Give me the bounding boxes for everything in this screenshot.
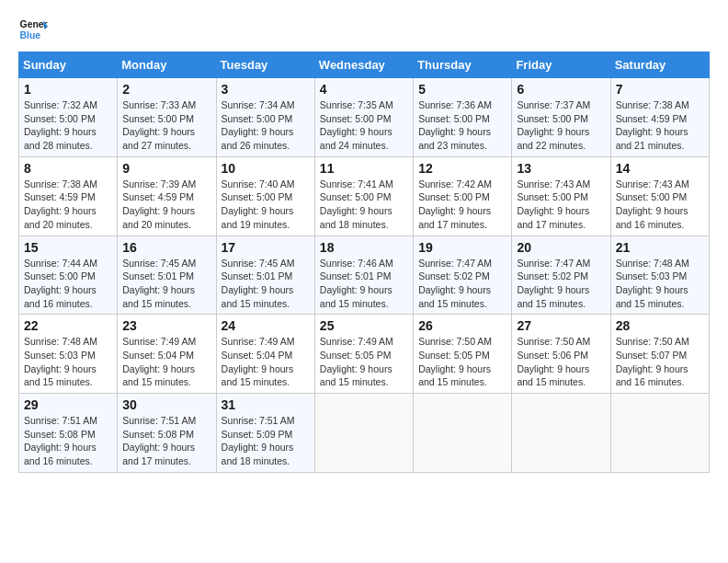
calendar-day-cell: 27Sunrise: 7:50 AM Sunset: 5:06 PM Dayli… <box>512 315 610 394</box>
calendar-day-cell: 1Sunrise: 7:32 AM Sunset: 5:00 PM Daylig… <box>19 78 118 157</box>
weekday-header-wednesday: Wednesday <box>314 52 413 78</box>
calendar-day-cell: 13Sunrise: 7:43 AM Sunset: 5:00 PM Dayli… <box>512 156 610 236</box>
svg-text:Blue: Blue <box>20 30 41 40</box>
calendar-day-cell: 12Sunrise: 7:42 AM Sunset: 5:00 PM Dayli… <box>414 156 512 236</box>
calendar-week-row: 8Sunrise: 7:38 AM Sunset: 4:59 PM Daylig… <box>19 156 710 236</box>
day-number: 26 <box>418 318 506 333</box>
calendar-day-cell: 7Sunrise: 7:38 AM Sunset: 4:59 PM Daylig… <box>610 78 709 157</box>
day-number: 8 <box>24 161 112 176</box>
calendar-day-cell: 9Sunrise: 7:39 AM Sunset: 4:59 PM Daylig… <box>118 156 216 236</box>
day-number: 25 <box>320 318 408 333</box>
day-number: 29 <box>24 397 112 412</box>
day-info: Sunrise: 7:38 AM Sunset: 4:59 PM Dayligh… <box>24 178 112 232</box>
calendar-day-cell: 23Sunrise: 7:49 AM Sunset: 5:04 PM Dayli… <box>118 315 216 394</box>
day-info: Sunrise: 7:51 AM Sunset: 5:08 PM Dayligh… <box>24 414 112 468</box>
day-number: 10 <box>222 161 310 176</box>
calendar-day-cell: 29Sunrise: 7:51 AM Sunset: 5:08 PM Dayli… <box>19 394 118 473</box>
day-info: Sunrise: 7:42 AM Sunset: 5:00 PM Dayligh… <box>418 178 506 232</box>
calendar-week-row: 15Sunrise: 7:44 AM Sunset: 5:00 PM Dayli… <box>19 236 710 315</box>
calendar-day-cell: 5Sunrise: 7:36 AM Sunset: 5:00 PM Daylig… <box>414 78 512 157</box>
day-info: Sunrise: 7:37 AM Sunset: 5:00 PM Dayligh… <box>517 98 605 153</box>
day-info: Sunrise: 7:49 AM Sunset: 5:04 PM Dayligh… <box>222 335 310 389</box>
day-info: Sunrise: 7:34 AM Sunset: 5:00 PM Dayligh… <box>222 98 310 153</box>
calendar-week-row: 29Sunrise: 7:51 AM Sunset: 5:08 PM Dayli… <box>19 394 710 473</box>
weekday-header-friday: Friday <box>512 52 610 78</box>
day-number: 14 <box>616 161 704 176</box>
calendar-day-cell: 2Sunrise: 7:33 AM Sunset: 5:00 PM Daylig… <box>118 78 216 157</box>
day-number: 22 <box>24 318 112 333</box>
day-number: 7 <box>616 82 704 97</box>
day-info: Sunrise: 7:49 AM Sunset: 5:05 PM Dayligh… <box>320 335 408 389</box>
logo-icon: General Blue <box>18 15 48 44</box>
day-number: 17 <box>222 240 310 255</box>
day-number: 6 <box>517 82 605 97</box>
day-info: Sunrise: 7:47 AM Sunset: 5:02 PM Dayligh… <box>418 257 506 311</box>
calendar-day-cell: 15Sunrise: 7:44 AM Sunset: 5:00 PM Dayli… <box>19 236 118 315</box>
day-info: Sunrise: 7:51 AM Sunset: 5:08 PM Dayligh… <box>122 414 210 468</box>
day-number: 5 <box>418 82 506 97</box>
day-number: 24 <box>222 318 310 333</box>
calendar-day-cell: 3Sunrise: 7:34 AM Sunset: 5:00 PM Daylig… <box>216 78 314 157</box>
calendar-day-cell: 16Sunrise: 7:45 AM Sunset: 5:01 PM Dayli… <box>118 236 216 315</box>
day-info: Sunrise: 7:48 AM Sunset: 5:03 PM Dayligh… <box>24 335 112 389</box>
day-number: 30 <box>122 397 210 412</box>
calendar-day-cell: 26Sunrise: 7:50 AM Sunset: 5:05 PM Dayli… <box>414 315 512 394</box>
calendar-week-row: 22Sunrise: 7:48 AM Sunset: 5:03 PM Dayli… <box>19 315 710 394</box>
day-number: 19 <box>418 240 506 255</box>
day-number: 27 <box>517 318 605 333</box>
calendar-day-cell: 11Sunrise: 7:41 AM Sunset: 5:00 PM Dayli… <box>314 156 413 236</box>
weekday-header-thursday: Thursday <box>414 52 512 78</box>
day-number: 3 <box>222 82 310 97</box>
day-number: 20 <box>517 240 605 255</box>
day-number: 12 <box>418 161 506 176</box>
calendar-day-cell <box>512 394 610 473</box>
calendar-day-cell: 14Sunrise: 7:43 AM Sunset: 5:00 PM Dayli… <box>610 156 709 236</box>
day-number: 11 <box>320 161 408 176</box>
day-info: Sunrise: 7:43 AM Sunset: 5:00 PM Dayligh… <box>517 178 605 232</box>
day-number: 9 <box>122 161 210 176</box>
calendar-day-cell: 8Sunrise: 7:38 AM Sunset: 4:59 PM Daylig… <box>19 156 118 236</box>
weekday-header-saturday: Saturday <box>610 52 709 78</box>
day-number: 23 <box>122 318 210 333</box>
calendar-day-cell: 18Sunrise: 7:46 AM Sunset: 5:01 PM Dayli… <box>314 236 413 315</box>
day-info: Sunrise: 7:41 AM Sunset: 5:00 PM Dayligh… <box>320 178 408 232</box>
day-info: Sunrise: 7:48 AM Sunset: 5:03 PM Dayligh… <box>616 257 704 311</box>
calendar-day-cell: 10Sunrise: 7:40 AM Sunset: 5:00 PM Dayli… <box>216 156 314 236</box>
calendar-day-cell: 21Sunrise: 7:48 AM Sunset: 5:03 PM Dayli… <box>610 236 709 315</box>
calendar-day-cell: 28Sunrise: 7:50 AM Sunset: 5:07 PM Dayli… <box>610 315 709 394</box>
calendar-week-row: 1Sunrise: 7:32 AM Sunset: 5:00 PM Daylig… <box>19 78 710 157</box>
day-info: Sunrise: 7:49 AM Sunset: 5:04 PM Dayligh… <box>122 335 210 389</box>
day-number: 16 <box>122 240 210 255</box>
day-info: Sunrise: 7:36 AM Sunset: 5:00 PM Dayligh… <box>418 98 506 153</box>
day-info: Sunrise: 7:45 AM Sunset: 5:01 PM Dayligh… <box>222 257 310 311</box>
day-info: Sunrise: 7:51 AM Sunset: 5:09 PM Dayligh… <box>222 414 310 468</box>
day-info: Sunrise: 7:39 AM Sunset: 4:59 PM Dayligh… <box>122 178 210 232</box>
day-info: Sunrise: 7:47 AM Sunset: 5:02 PM Dayligh… <box>517 257 605 311</box>
header: General Blue <box>18 15 710 44</box>
calendar-day-cell: 19Sunrise: 7:47 AM Sunset: 5:02 PM Dayli… <box>414 236 512 315</box>
day-number: 28 <box>616 318 704 333</box>
day-info: Sunrise: 7:45 AM Sunset: 5:01 PM Dayligh… <box>122 257 210 311</box>
day-number: 4 <box>320 82 408 97</box>
calendar-day-cell: 17Sunrise: 7:45 AM Sunset: 5:01 PM Dayli… <box>216 236 314 315</box>
weekday-header-tuesday: Tuesday <box>216 52 314 78</box>
calendar-day-cell <box>314 394 413 473</box>
calendar-day-cell: 20Sunrise: 7:47 AM Sunset: 5:02 PM Dayli… <box>512 236 610 315</box>
weekday-header-row: SundayMondayTuesdayWednesdayThursdayFrid… <box>19 52 710 78</box>
calendar-day-cell: 25Sunrise: 7:49 AM Sunset: 5:05 PM Dayli… <box>314 315 413 394</box>
calendar-day-cell: 30Sunrise: 7:51 AM Sunset: 5:08 PM Dayli… <box>118 394 216 473</box>
day-number: 2 <box>122 82 210 97</box>
day-info: Sunrise: 7:46 AM Sunset: 5:01 PM Dayligh… <box>320 257 408 311</box>
day-number: 31 <box>222 397 310 412</box>
day-info: Sunrise: 7:32 AM Sunset: 5:00 PM Dayligh… <box>24 98 112 153</box>
calendar-day-cell: 4Sunrise: 7:35 AM Sunset: 5:00 PM Daylig… <box>314 78 413 157</box>
day-info: Sunrise: 7:40 AM Sunset: 5:00 PM Dayligh… <box>222 178 310 232</box>
weekday-header-monday: Monday <box>118 52 216 78</box>
day-info: Sunrise: 7:35 AM Sunset: 5:00 PM Dayligh… <box>320 98 408 153</box>
day-info: Sunrise: 7:38 AM Sunset: 4:59 PM Dayligh… <box>616 98 704 153</box>
calendar-day-cell <box>414 394 512 473</box>
day-number: 13 <box>517 161 605 176</box>
logo: General Blue <box>18 15 48 44</box>
calendar-day-cell <box>610 394 709 473</box>
day-number: 1 <box>24 82 112 97</box>
